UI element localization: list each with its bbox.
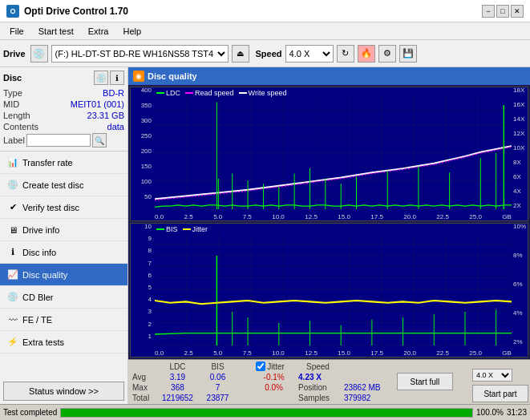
time-text: 31:23 [507,408,527,417]
lower-chart-legend: BIS Jitter [156,225,208,233]
minimize-button[interactable]: − [482,5,495,18]
sidebar-label-cd-bler: CD Bler [22,293,54,302]
titlebar: O Opti Drive Control 1.70 − □ ✕ [0,0,530,22]
lower-y-axis-right: 10% 8% 6% 4% 2% [512,224,528,345]
sidebar-label-drive-info: Drive info [22,225,59,235]
verify-icon: ✔ [6,201,19,214]
content-area: ◉ Disc quality LDC Read speed [128,67,530,404]
disc-quality-header: ◉ Disc quality [128,67,530,85]
close-button[interactable]: ✕ [511,5,524,18]
legend-jitter: Jitter [183,225,208,233]
sidebar-item-extra-tests[interactable]: ⚡ Extra tests [0,331,127,353]
sidebar-item-drive-info[interactable]: 🖥 Drive info [0,219,127,241]
sidebar-item-create-test-disc[interactable]: 💿 Create test disc [0,174,127,196]
drive-info-icon: 🖥 [6,224,19,236]
progress-bar-fill [61,409,472,417]
toolbar: Drive 💿 (F:) HL-DT-ST BD-RE WH16NS58 TST… [0,40,530,67]
sidebar-menu: 📊 Transfer rate 💿 Create test disc ✔ Ver… [0,151,127,378]
app-icon: O [6,5,19,18]
disc-label-btn[interactable]: 🔍 [92,133,107,147]
sidebar-label-fe-te: FE / TE [22,315,52,325]
progress-text: 100.0% [476,408,504,417]
burn-button[interactable]: 🔥 [358,45,375,63]
stats-main: LDC BIS Jitter Speed Avg 3.19 [128,360,471,404]
position-label: Position [296,383,340,392]
window-controls: − □ ✕ [482,5,524,18]
eject-button[interactable]: ⏏ [232,45,249,63]
jitter-checkbox[interactable] [256,361,265,371]
disc-info-btn[interactable]: ℹ [110,71,124,85]
disc-icon-btn[interactable]: 💿 [94,71,108,85]
speed-dropdown[interactable]: 4.0 X [472,369,512,382]
disc-info-icon: ℹ [6,246,19,259]
menu-start-test[interactable]: Start test [32,25,80,38]
menu-file[interactable]: File [3,25,30,38]
sidebar-label-transfer-rate: Transfer rate [22,158,73,168]
sidebar-item-disc-quality[interactable]: 📈 Disc quality [0,264,127,286]
upper-y-axis-left: 400 350 300 250 200 150 100 50 [131,87,153,209]
refresh-button[interactable]: ↻ [337,45,354,63]
avg-bis-val: 0.06 [201,373,234,382]
sidebar-label-disc-quality: Disc quality [22,270,67,280]
svg-rect-0 [155,97,512,209]
sidebar-label-create-test-disc: Create test disc [22,180,83,190]
sidebar-item-transfer-rate[interactable]: 📊 Transfer rate [0,151,127,174]
status-text: Test completed [3,408,57,417]
maximize-button[interactable]: □ [496,5,509,18]
bis-label: BIS [166,225,178,233]
type-value: BD-R [103,88,124,98]
total-bis-val: 23877 [201,394,234,402]
upper-x-axis: 0.0 2.5 5.0 7.5 10.0 12.5 15.0 17.5 20.0… [155,209,512,220]
settings-button[interactable]: ⚙ [378,45,396,63]
sidebar-item-verify-test-disc[interactable]: ✔ Verify test disc [0,196,127,219]
length-label: Length [3,111,30,120]
start-part-button[interactable]: Start part [472,385,528,402]
drive-select[interactable]: (F:) HL-DT-ST BD-RE WH16NS58 TST4 [51,45,229,63]
speed-val: 4.23 X [296,373,340,382]
statusbar: Test completed 100.0% 31:23 [0,404,530,420]
jitter-chart-label: Jitter [192,225,208,233]
fe-icon: 〰 [6,313,19,326]
quality-icon: 📈 [6,269,19,281]
sidebar-item-disc-info[interactable]: ℹ Disc info [0,241,127,264]
disc-quality-title: Disc quality [148,71,197,81]
sidebar-item-cd-bler[interactable]: 💿 CD Bler [0,286,127,309]
menu-help[interactable]: Help [116,25,148,38]
avg-row-label: Avg [130,373,154,382]
contents-label: Contents [3,122,38,131]
lower-x-axis: 0.0 2.5 5.0 7.5 10.0 12.5 15.0 17.5 20.0… [155,345,512,357]
max-ldc-val: 368 [156,383,200,392]
bis-col-header: BIS [201,361,234,371]
chart-icon: 📊 [6,156,19,169]
sidebar-label-verify-test-disc: Verify test disc [22,203,79,212]
svg-rect-18 [155,233,512,345]
max-bis-val: 7 [201,383,234,392]
sidebar: Disc 💿 ℹ Type BD-R MID MEIT01 (001) Leng… [0,67,128,404]
upper-chart-svg [155,97,512,209]
total-row-label: Total [130,394,154,402]
disc-label-label: Label [3,135,25,145]
status-window-button[interactable]: Status window >> [3,382,124,401]
speed-col-header: Speed [296,361,340,371]
sidebar-item-fe-te[interactable]: 〰 FE / TE [0,309,127,331]
samples-label: Samples [296,394,340,402]
cd-icon: 💿 [6,291,19,304]
mid-label: MID [3,99,19,109]
upper-chart-legend: LDC Read speed Write speed [156,89,286,97]
legend-read-speed-label: Read speed [195,89,234,97]
disc-label-input[interactable] [26,134,91,147]
max-jitter-val: 0.0% [253,383,294,392]
menu-extra[interactable]: Extra [82,25,115,38]
speed-label: Speed [256,49,282,59]
speed-select[interactable]: 4.0 X [285,45,334,63]
disc-panel: Disc 💿 ℹ Type BD-R MID MEIT01 (001) Leng… [0,67,127,151]
save-button[interactable]: 💾 [399,45,417,63]
progress-bar [60,408,473,418]
lower-chart-svg [155,233,512,345]
position-val: 23862 MB [342,383,392,392]
disc-icon: 💿 [6,179,19,192]
contents-value: data [107,122,124,131]
start-full-button[interactable]: Start full [397,373,453,390]
legend-write-speed: Write speed [239,89,287,97]
legend-bis: BIS [156,225,178,233]
